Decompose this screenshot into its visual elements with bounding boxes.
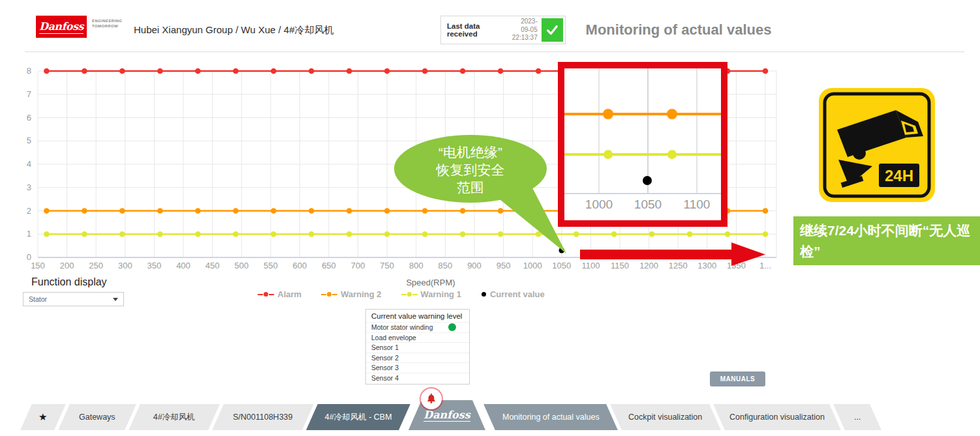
danfoss-logo-text: Danfoss [39, 20, 84, 34]
status-green-dot-icon [448, 323, 456, 331]
tooltip-row-sensor-3: Sensor 3 [366, 362, 469, 373]
alarm-marker-icon [258, 292, 274, 297]
x-axis-title: Speed(RPM) [365, 278, 496, 287]
inset-tick-label: 1050 [634, 197, 662, 211]
breadcrumb: Hubei Xiangyun Group / Wu Xue / 4#冷却风机 [134, 24, 334, 36]
series-point [119, 231, 125, 237]
series-point [82, 231, 87, 237]
legend-item-alarm[interactable]: Alarm [258, 289, 301, 299]
series-point [498, 68, 504, 74]
last-data-timestamp: 2023-09-05 22:13:37 [512, 18, 538, 42]
tooltip-row-sensor-2: Sensor 2 [366, 353, 469, 363]
x-tick-label: 450 [206, 261, 220, 270]
x-tick-label: 950 [497, 261, 511, 270]
y-tick-label: 6 [27, 113, 31, 123]
tab-label: Cockpit visualization [628, 413, 702, 422]
series-point [157, 68, 163, 74]
series-point [687, 231, 693, 237]
series-point [763, 68, 769, 74]
y-tick-label: 2 [27, 206, 31, 216]
tab-more[interactable]: ... [833, 404, 881, 430]
x-tick-label: 600 [293, 261, 307, 270]
x-tick-label: 850 [438, 261, 453, 270]
last-data-label: Last data received [447, 22, 508, 38]
x-tick-label: 1000 [523, 261, 542, 270]
series-point [422, 68, 428, 74]
series-point [157, 231, 163, 237]
monitoring-page: Danfoss ENGINEERING TOMORROW Hubei Xiang… [0, 0, 980, 436]
tooltip-row-sensor-1: Sensor 1 [366, 342, 469, 353]
y-tick-label: 7 [27, 89, 31, 99]
series-point [384, 68, 390, 74]
tab-serial-number[interactable]: S/N001108H339 [212, 404, 314, 430]
series-point [195, 231, 201, 237]
current-value-tooltip: Current value warning level Motor stator… [365, 309, 470, 385]
tab-label: 4#冷却风机 - CBM [325, 412, 392, 423]
bottom-tab-bar: ★ Gateways 4#冷却风机 S/N001108H339 4#冷却风机 -… [26, 399, 876, 430]
tooltip-header: Current value warning level [366, 311, 469, 322]
tab-gateways[interactable]: Gateways [58, 404, 136, 430]
series-point [309, 208, 314, 214]
current-value-marker-icon [481, 292, 487, 297]
tab-cooling-fan-cbm[interactable]: 4#冷却风机 - CBM [306, 404, 410, 430]
inset-tick-label: 1000 [585, 197, 613, 211]
tab-danfoss-home[interactable]: Danfoss [408, 400, 485, 430]
series-point [233, 208, 239, 214]
legend-item-warning1[interactable]: Warning 1 [401, 289, 461, 299]
cctv-24h-sign: 24H [819, 88, 935, 202]
legend-item-warning2[interactable]: Warning 2 [321, 289, 381, 299]
star-icon: ★ [38, 411, 47, 423]
series-point [44, 208, 50, 214]
x-tick-label: 150 [31, 261, 45, 270]
series-point [763, 231, 769, 237]
y-tick-label: 4 [27, 159, 31, 169]
tooltip-row-label: Sensor 1 [371, 343, 399, 351]
tab-cockpit-visualization[interactable]: Cockpit visualization [610, 404, 721, 430]
manuals-button[interactable]: MANUALS [710, 371, 765, 386]
page-title: Monitoring of actual values [574, 22, 783, 38]
x-tick-label: 400 [176, 261, 191, 270]
x-tick-label: 300 [118, 261, 132, 270]
last-data-time: 22:13:37 [512, 34, 538, 41]
series-point [195, 68, 201, 74]
series-point [195, 208, 201, 214]
tooltip-row-label: Sensor 2 [371, 354, 399, 362]
tab-configuration-visualization[interactable]: Configuration visualization [713, 404, 841, 430]
series-point [346, 68, 352, 74]
legend-item-current-value[interactable]: Current value [481, 289, 545, 299]
y-tick-label: 8 [27, 66, 31, 76]
data-ok-check-icon [542, 18, 563, 42]
x-tick-label: 550 [264, 261, 278, 270]
header-divider [25, 51, 964, 52]
x-tick-label: 900 [467, 261, 482, 270]
tooltip-row-label: Sensor 4 [371, 374, 399, 382]
tooltip-row-label: Sensor 3 [371, 364, 399, 371]
tooltip-row-label: Motor stator winding [371, 323, 433, 331]
series-point [119, 68, 125, 74]
last-data-date: 2023-09-05 [521, 18, 538, 33]
series-point [611, 231, 617, 237]
red-arrow-annotation [577, 242, 767, 266]
series-point [119, 208, 125, 214]
x-tick-label: 350 [147, 261, 162, 270]
tooltip-row-load-envelope: Load envelope [366, 332, 469, 343]
series-point [271, 231, 277, 237]
series-point [157, 208, 163, 214]
tab-monitoring-of-actual-values[interactable]: Monitoring of actual values [483, 404, 618, 430]
alarm-bell-icon[interactable] [421, 388, 442, 409]
tooltip-row-sensor-4: Sensor 4 [366, 373, 469, 383]
series-point [536, 68, 542, 74]
series-point [384, 208, 390, 214]
logo-tagline-line2: TOMORROW [92, 24, 122, 29]
tab-cooling-fan[interactable]: 4#冷却风机 [129, 404, 220, 430]
series-point [271, 208, 277, 214]
warning2-marker-icon [321, 292, 337, 297]
y-tick-label: 1 [27, 229, 31, 239]
series-point [574, 231, 579, 237]
bubble-text-line2: 恢复到安全 [436, 162, 505, 177]
function-display-select[interactable]: Stator [23, 292, 124, 306]
danfoss-logo: Danfoss [36, 16, 87, 38]
function-display-label: Function display [31, 276, 107, 288]
series-point [82, 68, 87, 74]
tab-label: Gateways [79, 413, 115, 422]
